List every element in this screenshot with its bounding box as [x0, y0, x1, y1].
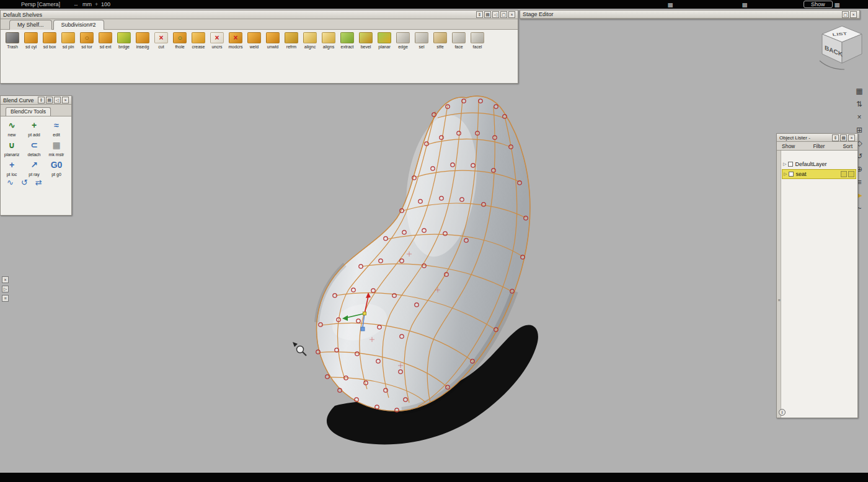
panel-control-button[interactable]: ▢	[500, 11, 507, 18]
shelves-titlebar[interactable]: Default Shelves ⇕▤◁▢×	[1, 11, 518, 19]
show-button[interactable]: Show	[804, 1, 833, 8]
panel-menu-icon[interactable]: ≡	[2, 295, 9, 302]
blendcrv-tool-point-add[interactable]: +pt add	[23, 118, 45, 138]
shelf-tool-subdiv-torus[interactable]: ○sd tor	[78, 32, 96, 49]
close-view-icon[interactable]: ×	[852, 112, 867, 123]
panel-control-button[interactable]: ▤	[484, 11, 491, 18]
panel-control-button[interactable]: ×	[848, 134, 855, 141]
blendcrv-tool-point-g0[interactable]: G0pt g0	[45, 157, 68, 177]
blendcrv-tool-label: pt loc	[1, 172, 23, 177]
stage-editor-titlebar[interactable]: Stage Editor ▢×	[520, 11, 859, 19]
tab-my-shelf[interactable]: My Shelf...	[9, 20, 52, 30]
panel-control-button[interactable]: ▢	[842, 11, 849, 18]
shelf-tool-align-surface[interactable]: aligns	[319, 32, 338, 49]
info-icon[interactable]: i	[779, 409, 786, 416]
shelf-tool-insert-edge[interactable]: insedg	[133, 32, 152, 49]
uncrease-icon: ×	[210, 32, 224, 43]
shelf-tool-subdiv-plane[interactable]: sd pln	[59, 32, 78, 49]
shelf-tool-planar[interactable]: planar	[375, 32, 394, 49]
tab-subdivision[interactable]: Subdivision#2	[53, 20, 104, 30]
make-master-icon: ▦	[49, 139, 64, 152]
shelf-tool-subdiv-box[interactable]: sd box	[40, 32, 59, 49]
blendcrv-partial-icon[interactable]: ⇄	[35, 178, 42, 187]
shelf-tool-soft-edge[interactable]: stfe	[431, 32, 450, 49]
shelf-tool-label: refrm	[282, 45, 301, 49]
shelf-tool-extract[interactable]: extract	[338, 32, 356, 49]
expander-icon[interactable]: ▷	[783, 162, 786, 167]
panel-control-button[interactable]: ▤	[840, 134, 847, 141]
blendcrv-tool-point-ray[interactable]: ↗pt ray	[23, 157, 45, 177]
shelf-tool-bridge[interactable]: brdge	[115, 32, 133, 49]
object-lister-titlebar[interactable]: Object Lister - ⇕▤×	[777, 134, 857, 142]
shelf-tool-subdiv-cylinder[interactable]: sd cyl	[22, 32, 40, 49]
shelf-tool-bevel[interactable]: bevel	[356, 32, 375, 49]
shelf-tool-subdiv-extrude[interactable]: sd ext	[96, 32, 115, 49]
shelf-tool-fill-hole[interactable]: ○fhole	[170, 32, 189, 49]
blendcrv-tool-make-master[interactable]: ▦mk mstr	[45, 138, 68, 157]
object-lister-strip[interactable]: ≡	[777, 151, 781, 418]
shelf-tool-unweld[interactable]: unwld	[264, 32, 282, 49]
panel-control-button[interactable]: ×	[62, 97, 69, 103]
cut-icon: ×	[154, 32, 168, 43]
view-cube[interactable]: LIST BACK	[816, 22, 868, 72]
blendcrv-tool-detach[interactable]: ⊂detach	[23, 138, 45, 157]
visibility-checkbox[interactable]	[789, 172, 794, 177]
lister-badge[interactable]	[848, 171, 854, 177]
grid-snap-icon[interactable]: ▦	[852, 85, 867, 97]
expand-panel-icon[interactable]: ▷	[2, 286, 9, 292]
panel-control-button[interactable]: ◁	[492, 11, 499, 18]
blend-curve-titlebar[interactable]: Blend Curve ⇕▤◁×	[1, 96, 71, 105]
zoom-value: 100	[101, 1, 110, 7]
panel-control-button[interactable]: ×	[508, 11, 515, 18]
blendcrv-tool-edit-curve[interactable]: ≈edit	[45, 118, 68, 138]
blendcrv-tool-planarize[interactable]: ∪planariz	[1, 138, 23, 157]
shelf-tool-face-loop[interactable]: facel	[468, 32, 487, 49]
unweld-icon	[266, 32, 280, 43]
lister-row-label: DefaultLayer	[795, 161, 826, 167]
lister-row-seat[interactable]: ▷seat	[782, 169, 856, 179]
panel-control-button[interactable]: ⇕	[832, 134, 839, 141]
titlebar-icon[interactable]: ▦	[833, 2, 841, 9]
titlebar-icon[interactable]: ▩	[741, 2, 748, 9]
shelf-tool-uncrease[interactable]: ×uncrs	[208, 32, 226, 49]
shelf-tool-cut[interactable]: ×cut	[152, 32, 170, 49]
shelf-tool-reform[interactable]: refrm	[282, 32, 301, 49]
lister-row-defaultlayer[interactable]: ▷DefaultLayer	[782, 159, 856, 169]
stage-editor-panel: Stage Editor ▢×	[520, 10, 860, 19]
swap-views-icon[interactable]: ⇅	[852, 99, 867, 110]
panel-control-button[interactable]: ⇕	[38, 97, 45, 103]
panel-control-button[interactable]: ×	[850, 11, 857, 18]
shelf-tool-label: unwld	[264, 45, 282, 49]
blendcrv-tool-new-blend-curve[interactable]: ∿new	[1, 118, 23, 138]
blendcrv-tools-tab[interactable]: BlendCrv Tools	[6, 107, 51, 116]
titlebar-icon[interactable]: ▩	[666, 2, 674, 9]
shelf-tool-align-curve[interactable]: alignc	[301, 32, 319, 49]
blendcrv-tool-label: detach	[23, 152, 45, 157]
subdiv-extrude-icon	[99, 32, 112, 43]
shelf-tool-label: Trash	[3, 45, 22, 49]
shelf-tool-edge[interactable]: edge	[394, 32, 412, 49]
shelf-tool-label: bevel	[356, 45, 375, 49]
blendcrv-tool-point-locator[interactable]: +pt loc	[1, 157, 23, 177]
shelf-tool-weld[interactable]: weld	[245, 32, 264, 49]
blendcrv-partial-icon[interactable]: ∿	[7, 178, 14, 187]
close-panel-icon[interactable]: ×	[2, 276, 9, 283]
menu-show[interactable]: Show	[782, 143, 795, 149]
shelf-tool-trash[interactable]: Trash	[3, 32, 22, 49]
menu-sort[interactable]: Sort	[843, 143, 852, 149]
lister-badge[interactable]	[841, 171, 847, 177]
expander-icon[interactable]: ▷	[784, 172, 787, 177]
menu-filter[interactable]: Filter	[813, 143, 825, 149]
panel-control-button[interactable]: ◁	[54, 97, 61, 103]
panel-control-button[interactable]: ⇕	[476, 11, 483, 18]
fill-hole-icon: ○	[173, 32, 187, 43]
shelf-tool-face[interactable]: face	[450, 32, 468, 49]
blendcrv-tool-label: new	[1, 133, 23, 137]
shelf-tool-crease[interactable]: crease	[189, 32, 208, 49]
panel-control-button[interactable]: ▤	[46, 97, 53, 103]
visibility-checkbox[interactable]	[788, 162, 793, 167]
blendcrv-partial-icon[interactable]: ↺	[21, 178, 28, 187]
blendcrv-tool-label: pt ray	[23, 172, 45, 177]
shelf-tool-modify-crease[interactable]: ×modcrs	[226, 32, 245, 49]
shelf-tool-select[interactable]: sel	[412, 32, 431, 49]
